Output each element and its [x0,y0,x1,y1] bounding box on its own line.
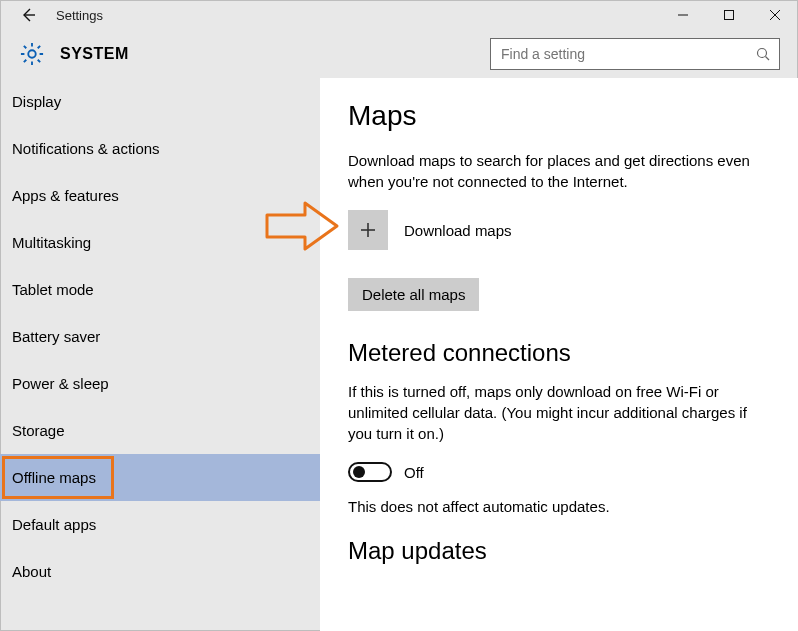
back-button[interactable] [6,0,50,30]
maximize-icon [723,9,735,21]
system-label: SYSTEM [60,45,129,63]
minimize-button[interactable] [660,0,706,30]
sidebar-item-apps[interactable]: Apps & features [0,172,320,219]
settings-window: Settings SYSTEM [0,0,798,631]
sidebar-item-storage[interactable]: Storage [0,407,320,454]
sidebar-item-label: Apps & features [12,187,119,204]
svg-point-5 [28,50,35,57]
plus-icon [359,221,377,239]
svg-point-6 [758,49,767,58]
content-pane: Maps Download maps to search for places … [320,78,798,631]
download-maps-row: Download maps [348,210,778,250]
maps-heading: Maps [348,100,778,132]
metered-toggle[interactable] [348,462,392,482]
sidebar: Display Notifications & actions Apps & f… [0,78,320,631]
sidebar-item-label: About [12,563,51,580]
search-box[interactable] [490,38,780,70]
sidebar-item-tablet-mode[interactable]: Tablet mode [0,266,320,313]
maps-description: Download maps to search for places and g… [348,150,758,192]
sidebar-item-power-sleep[interactable]: Power & sleep [0,360,320,407]
sidebar-item-battery-saver[interactable]: Battery saver [0,313,320,360]
titlebar: Settings [0,0,798,30]
search-icon [755,46,771,62]
metered-note: This does not affect automatic updates. [348,496,758,517]
download-maps-label: Download maps [404,222,512,239]
toggle-knob [353,466,365,478]
map-updates-heading: Map updates [348,537,778,565]
sidebar-item-label: Offline maps [12,469,96,486]
sidebar-item-notifications[interactable]: Notifications & actions [0,125,320,172]
sidebar-item-label: Power & sleep [12,375,109,392]
minimize-icon [677,9,689,21]
body: Display Notifications & actions Apps & f… [0,78,798,631]
metered-description: If this is turned off, maps only downloa… [348,381,758,444]
sidebar-item-label: Storage [12,422,65,439]
close-button[interactable] [752,0,798,30]
sidebar-item-label: Tablet mode [12,281,94,298]
sidebar-item-default-apps[interactable]: Default apps [0,501,320,548]
delete-all-maps-button[interactable]: Delete all maps [348,278,479,311]
sidebar-item-label: Notifications & actions [12,140,160,157]
gear-icon [12,34,52,74]
sidebar-item-label: Multitasking [12,234,91,251]
download-maps-button[interactable] [348,210,388,250]
svg-rect-2 [725,11,734,20]
sidebar-item-label: Display [12,93,61,110]
maximize-button[interactable] [706,0,752,30]
svg-line-7 [766,57,770,61]
sidebar-item-display[interactable]: Display [0,78,320,125]
back-arrow-icon [19,6,37,24]
sidebar-item-label: Battery saver [12,328,100,345]
sidebar-item-about[interactable]: About [0,548,320,595]
window-title: Settings [56,8,103,23]
close-icon [769,9,781,21]
sidebar-item-multitasking[interactable]: Multitasking [0,219,320,266]
sidebar-item-offline-maps[interactable]: Offline maps [0,454,320,501]
sidebar-item-label: Default apps [12,516,96,533]
header: SYSTEM [0,30,798,78]
metered-heading: Metered connections [348,339,778,367]
search-input[interactable] [499,45,755,63]
metered-toggle-state: Off [404,464,424,481]
metered-toggle-row: Off [348,462,778,482]
